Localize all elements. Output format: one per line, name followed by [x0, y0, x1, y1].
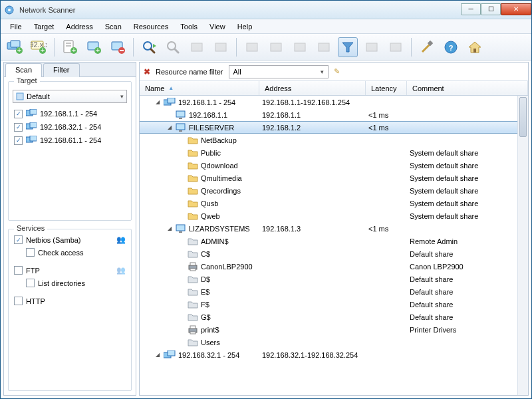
tree-row[interactable]: F$Default share	[140, 298, 528, 311]
tree-row[interactable]: NetBackup	[140, 134, 528, 146]
tree-row[interactable]: PublicSystem default share	[140, 146, 528, 159]
target-range-1[interactable]: ✓192.168.32.1 - 254	[13, 120, 127, 134]
collapse-icon[interactable]: ◢	[166, 124, 173, 131]
clear-filter-icon[interactable]: ✖	[144, 67, 150, 76]
tool-d-button[interactable]	[266, 37, 286, 57]
row-icon	[176, 123, 186, 132]
tree-row[interactable]: D$Default share	[140, 273, 528, 285]
add-monitors-button[interactable]: +	[5, 37, 25, 57]
settings-button[interactable]	[417, 37, 437, 57]
row-comment: System default share	[407, 200, 528, 207]
svg-rect-45	[30, 122, 37, 128]
results-tree[interactable]: ◢192.168.1.1 - 254192.168.1.1-192.168.1.…	[140, 96, 528, 395]
row-icon	[176, 224, 186, 233]
scan-stop-button[interactable]	[163, 37, 183, 57]
svg-rect-60	[190, 326, 196, 329]
tree-row[interactable]: 192.168.1.1192.168.1.1<1 ms	[140, 108, 528, 121]
row-comment: Remote Admin	[407, 237, 528, 245]
collapse-icon[interactable]: ◢	[166, 225, 173, 232]
tool-b-button[interactable]	[211, 37, 231, 57]
filter-toggle-button[interactable]	[338, 37, 358, 57]
tree-row[interactable]: ADMIN$Remote Admin	[140, 235, 528, 247]
row-name: CanonLBP2900	[201, 263, 253, 271]
home-button[interactable]	[465, 37, 485, 57]
tool-h-button[interactable]	[386, 37, 406, 57]
collapse-icon[interactable]: ◢	[154, 352, 161, 358]
service-check-access[interactable]: Check access	[13, 246, 127, 259]
tool-a-button[interactable]	[187, 37, 207, 57]
tree-row[interactable]: QusbSystem default share	[140, 197, 528, 209]
menu-help[interactable]: Help	[232, 21, 258, 32]
svg-rect-61	[190, 332, 196, 334]
svg-rect-58	[190, 269, 196, 271]
row-name: print$	[201, 326, 219, 334]
edit-filter-icon[interactable]: ✎	[334, 67, 340, 76]
menu-address[interactable]: Address	[61, 21, 98, 32]
target-range-2[interactable]: ✓192.168.61.1 - 254	[13, 134, 127, 147]
service-list-dirs[interactable]: List directories	[13, 277, 127, 289]
row-name: D$	[201, 275, 210, 283]
row-icon	[188, 186, 198, 195]
service-netbios[interactable]: ✓Netbios (Samba)👥	[13, 233, 127, 246]
row-name: Public	[201, 149, 221, 157]
tree-row[interactable]: QmultimediaSystem default share	[140, 172, 528, 184]
tree-row[interactable]: CanonLBP2900Canon LBP2900	[140, 260, 528, 273]
svg-rect-49	[168, 98, 175, 103]
collapse-icon[interactable]: ◢	[154, 99, 161, 106]
scan-start-button[interactable]	[139, 37, 159, 57]
menu-tools[interactable]: Tools	[175, 21, 203, 32]
tree-row[interactable]: G$Default share	[140, 311, 528, 323]
menu-scan[interactable]: Scan	[100, 21, 127, 32]
menu-target[interactable]: Target	[29, 21, 60, 32]
svg-rect-47	[30, 136, 37, 141]
row-name: 192.168.32.1 - 254	[178, 351, 239, 359]
tab-scan[interactable]: Scan	[5, 63, 42, 77]
help-button[interactable]: ?	[441, 37, 461, 57]
service-http[interactable]: HTTP	[13, 295, 127, 307]
row-comment: System default share	[407, 162, 528, 170]
tree-row[interactable]: QrecordingsSystem default share	[140, 184, 528, 197]
tab-filter[interactable]: Filter	[43, 63, 79, 77]
row-comment: System default share	[407, 187, 528, 195]
menu-view[interactable]: View	[204, 21, 231, 32]
add-ip-button[interactable]: 192.x.x+	[29, 37, 49, 57]
vertical-scrollbar[interactable]	[517, 96, 528, 395]
row-name: 192.168.1.1 - 254	[178, 98, 235, 106]
target-profile-combo[interactable]: Default	[13, 90, 127, 103]
row-comment: Default share	[407, 275, 528, 283]
row-icon	[188, 148, 198, 157]
target-range-0[interactable]: ✓192.168.1.1 - 254	[13, 107, 127, 120]
maximize-button[interactable]: ☐	[481, 3, 501, 15]
tree-row[interactable]: ◢192.168.32.1 - 254192.168.32.1-192.168.…	[140, 348, 528, 361]
tool-c-button[interactable]	[242, 37, 262, 57]
filter-dropdown[interactable]: All	[229, 65, 329, 78]
col-comment[interactable]: Comment	[407, 81, 528, 95]
monitor-remove-button[interactable]	[108, 37, 128, 57]
tree-row[interactable]: QdownloadSystem default share	[140, 159, 528, 172]
col-latency[interactable]: Latency	[366, 81, 407, 95]
tree-row[interactable]: print$Printer Drivers	[140, 323, 528, 336]
svg-rect-63	[168, 350, 175, 356]
tree-row[interactable]: ◢LIZARDSYSTEMS192.168.1.3<1 ms	[140, 222, 528, 235]
tree-row[interactable]: C$Default share	[140, 247, 528, 260]
minimize-button[interactable]: ─	[461, 3, 481, 15]
tree-row[interactable]: ◢192.168.1.1 - 254192.168.1.1-192.168.1.…	[140, 96, 528, 108]
col-name[interactable]: Name▲	[140, 81, 259, 95]
app-icon	[3, 4, 15, 16]
close-button[interactable]: ✕	[501, 3, 531, 15]
row-address: 192.168.1.3	[259, 225, 366, 233]
tree-row[interactable]: E$Default share	[140, 285, 528, 298]
add-list-button[interactable]: +	[60, 37, 80, 57]
tool-e-button[interactable]	[290, 37, 310, 57]
col-address[interactable]: Address	[259, 81, 366, 95]
tool-f-button[interactable]	[314, 37, 334, 57]
menu-resources[interactable]: Resources	[128, 21, 174, 32]
tree-row[interactable]: ◢FILESERVER192.168.1.2<1 ms	[140, 121, 528, 134]
monitor-add-button[interactable]: +	[84, 37, 104, 57]
tool-g-button[interactable]	[362, 37, 382, 57]
tree-row[interactable]: Users	[140, 336, 528, 348]
menu-file[interactable]: File	[5, 21, 27, 32]
service-ftp[interactable]: FTP👥	[13, 264, 127, 277]
filter-bar: ✖ Resource name filter All ✎	[140, 63, 528, 81]
tree-row[interactable]: QwebSystem default share	[140, 209, 528, 222]
